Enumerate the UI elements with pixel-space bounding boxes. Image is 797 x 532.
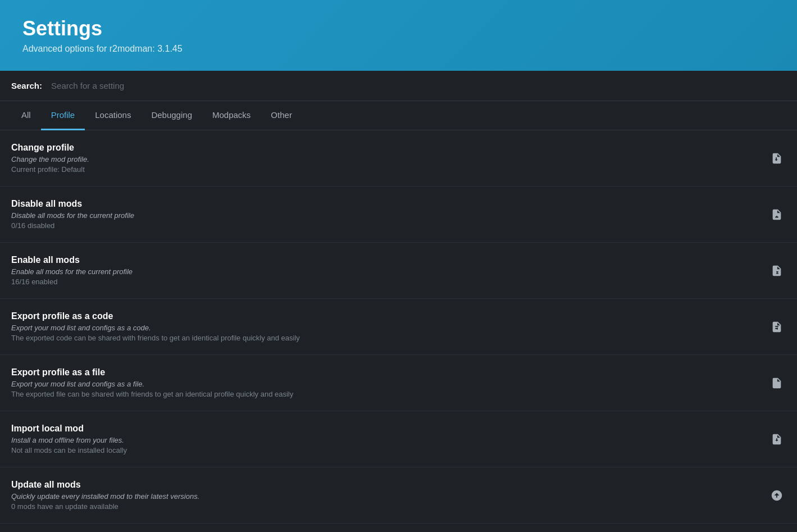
setting-title-disable-all-mods: Disable all mods xyxy=(11,199,757,209)
setting-value-export-profile-code: The exported code can be shared with fri… xyxy=(11,334,757,342)
setting-item-change-profile[interactable]: Change profileChange the mod profile.Cur… xyxy=(0,130,797,187)
export-code-icon xyxy=(768,321,786,333)
tab-all[interactable]: All xyxy=(11,101,41,130)
setting-item-export-profile-file[interactable]: Export profile as a fileExport your mod … xyxy=(0,355,797,411)
setting-item-enable-all-mods[interactable]: Enable all modsEnable all mods for the c… xyxy=(0,243,797,299)
setting-desc-update-all-mods: Quickly update every installed mod to th… xyxy=(11,492,757,501)
import-icon xyxy=(768,433,786,445)
setting-title-update-all-mods: Update all mods xyxy=(11,480,757,490)
setting-title-import-local-mod: Import local mod xyxy=(11,424,757,434)
setting-value-enable-all-mods: 16/16 enabled xyxy=(11,278,757,286)
setting-title-enable-all-mods: Enable all mods xyxy=(11,255,757,265)
search-input[interactable] xyxy=(51,81,786,90)
setting-title-change-profile: Change profile xyxy=(11,143,757,153)
setting-desc-import-local-mod: Install a mod offline from your files. xyxy=(11,436,757,444)
export-file-icon xyxy=(768,377,786,389)
setting-desc-change-profile: Change the mod profile. xyxy=(11,155,757,163)
setting-item-import-local-mod[interactable]: Import local modInstall a mod offline fr… xyxy=(0,411,797,467)
setting-info-disable-all-mods: Disable all modsDisable all mods for the… xyxy=(11,199,757,230)
search-bar: Search: xyxy=(0,71,797,101)
header: Settings Advanced options for r2modman: … xyxy=(0,0,797,71)
setting-value-export-profile-file: The exported file can be shared with fri… xyxy=(11,390,757,398)
setting-title-export-profile-file: Export profile as a file xyxy=(11,367,757,378)
toggle-on-icon xyxy=(768,265,786,277)
toggle-off-icon xyxy=(768,208,786,221)
profile-switch-icon xyxy=(768,152,786,165)
setting-info-enable-all-mods: Enable all modsEnable all mods for the c… xyxy=(11,255,757,286)
page-subtitle: Advanced options for r2modman: 3.1.45 xyxy=(22,44,775,54)
setting-value-import-local-mod: Not all mods can be installed locally xyxy=(11,446,757,454)
setting-value-disable-all-mods: 0/16 disabled xyxy=(11,221,757,230)
setting-desc-disable-all-mods: Disable all mods for the current profile xyxy=(11,211,757,220)
tab-other[interactable]: Other xyxy=(261,101,302,130)
tab-profile[interactable]: Profile xyxy=(41,101,85,130)
setting-info-change-profile: Change profileChange the mod profile.Cur… xyxy=(11,143,757,174)
settings-list: Change profileChange the mod profile.Cur… xyxy=(0,130,797,524)
setting-info-import-local-mod: Import local modInstall a mod offline fr… xyxy=(11,424,757,454)
setting-desc-export-profile-code: Export your mod list and configs as a co… xyxy=(11,324,757,332)
setting-desc-enable-all-mods: Enable all mods for the current profile xyxy=(11,267,757,276)
search-label: Search: xyxy=(11,81,42,90)
tab-debugging[interactable]: Debugging xyxy=(141,101,202,130)
setting-info-update-all-mods: Update all modsQuickly update every inst… xyxy=(11,480,757,511)
setting-value-change-profile: Current profile: Default xyxy=(11,165,757,174)
tab-modpacks[interactable]: Modpacks xyxy=(202,101,261,130)
page-title: Settings xyxy=(22,17,775,40)
setting-item-update-all-mods[interactable]: Update all modsQuickly update every inst… xyxy=(0,467,797,524)
update-icon xyxy=(768,489,786,502)
setting-info-export-profile-code: Export profile as a codeExport your mod … xyxy=(11,311,757,342)
setting-title-export-profile-code: Export profile as a code xyxy=(11,311,757,321)
tab-locations[interactable]: Locations xyxy=(85,101,141,130)
setting-desc-export-profile-file: Export your mod list and configs as a fi… xyxy=(11,380,757,388)
content-area: Search: AllProfileLocationsDebuggingModp… xyxy=(0,71,797,524)
setting-value-update-all-mods: 0 mods have an update available xyxy=(11,502,757,511)
setting-item-disable-all-mods[interactable]: Disable all modsDisable all mods for the… xyxy=(0,187,797,243)
setting-item-export-profile-code[interactable]: Export profile as a codeExport your mod … xyxy=(0,299,797,355)
tabs-bar: AllProfileLocationsDebuggingModpacksOthe… xyxy=(0,101,797,130)
setting-info-export-profile-file: Export profile as a fileExport your mod … xyxy=(11,367,757,398)
